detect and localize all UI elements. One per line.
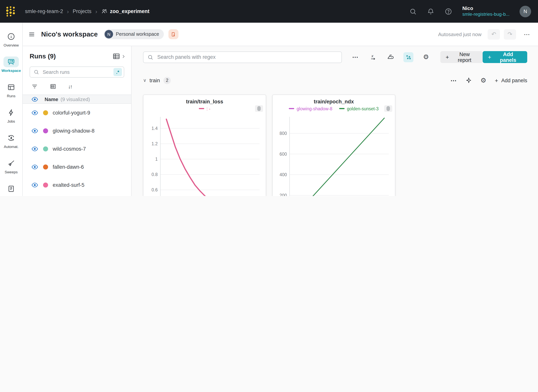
runs-sidebar-panel: Runs (9) .* ↓↑ Name (9 visualized) color…	[23, 46, 132, 196]
legend-line-swatch	[289, 108, 294, 109]
sparkle-icon[interactable]	[465, 77, 472, 84]
main-content: ⋯ x ⚙ + New report + Add panels	[132, 46, 538, 196]
run-row[interactable]: wild-cosmos-7	[23, 140, 131, 158]
svg-text:1.4: 1.4	[151, 126, 158, 131]
chart-legend: glowing-shadow-8golden-sunset-3	[273, 106, 395, 112]
sort-icon[interactable]: ↓↑	[68, 83, 72, 89]
visibility-eye-icon[interactable]	[31, 145, 38, 153]
regex-toggle-button[interactable]: .*	[113, 68, 122, 76]
svg-text:x: x	[371, 54, 373, 58]
collapse-chevron-icon[interactable]: ∨	[143, 78, 146, 83]
sidebar-item-overview[interactable]: Overview	[0, 27, 22, 52]
panel-search-input[interactable]	[156, 54, 338, 60]
table-icon	[112, 52, 120, 60]
add-panels-button[interactable]: + Add panels	[482, 51, 527, 63]
user-avatar[interactable]: N	[519, 5, 531, 17]
legend-line-swatch	[199, 108, 204, 109]
run-name[interactable]: wild-cosmos-7	[53, 146, 86, 152]
section-header-train: ∨ train 2 ⋯ ⚙ + Add panels	[143, 75, 527, 85]
run-name[interactable]: exalted-surf-5	[53, 182, 85, 188]
broom-icon	[4, 158, 19, 169]
notifications-bell-icon[interactable]	[427, 8, 435, 15]
run-color-dot	[43, 146, 48, 151]
hamburger-menu-icon[interactable]	[28, 31, 35, 38]
run-row[interactable]: trim-moon-4	[23, 194, 131, 196]
run-color-dot	[43, 164, 48, 169]
panel-drag-handle-icon[interactable]	[384, 105, 392, 112]
undo-button[interactable]: ↶	[488, 29, 500, 39]
more-options-icon[interactable]: ⋯	[350, 52, 360, 62]
sidebar-item-sweeps[interactable]: Sweeps	[0, 153, 22, 179]
visibility-eye-icon	[31, 127, 38, 135]
workspace-board-icon	[4, 56, 19, 67]
chevron-right-icon	[121, 54, 126, 59]
section-settings-gear-icon[interactable]: ⚙	[481, 76, 486, 84]
section-add-panels-button[interactable]: + Add panels	[495, 77, 527, 84]
workspace-title[interactable]: Nico's workspace	[41, 30, 98, 38]
visibility-eye-icon[interactable]	[31, 181, 38, 189]
run-row[interactable]: fallen-dawn-6	[23, 158, 131, 176]
sidebar-item-jobs[interactable]: Jobs	[0, 103, 22, 128]
filter-icon[interactable]	[31, 83, 38, 90]
run-row[interactable]: glowing-shadow-8	[23, 122, 131, 140]
visibility-eye-icon[interactable]	[31, 163, 38, 171]
search-icon	[147, 54, 153, 60]
scatter-plot-icon[interactable]	[403, 52, 413, 62]
sidebar-item-reports[interactable]: Reports	[0, 179, 22, 196]
run-name[interactable]: glowing-shadow-8	[53, 128, 94, 134]
runs-search-input[interactable]	[42, 69, 113, 75]
group-list-icon[interactable]	[50, 83, 57, 90]
new-report-button[interactable]: + New report	[440, 51, 483, 63]
search-icon[interactable]	[409, 8, 417, 15]
breadcrumb-project-current[interactable]: zoo_experiment	[101, 8, 150, 15]
iron-smooth-icon[interactable]	[386, 52, 396, 62]
run-row[interactable]: colorful-yogurt-9	[23, 104, 131, 122]
runs-list-header: Name (9 visualized)	[23, 94, 131, 104]
user-name: Nico	[462, 5, 510, 12]
panel-drag-handle-icon[interactable]	[255, 105, 263, 112]
breadcrumb-projects[interactable]: Projects	[73, 9, 91, 14]
expand-runs-table-button[interactable]	[112, 52, 126, 60]
visibility-eye-icon	[31, 181, 38, 189]
settings-gear-icon[interactable]: ⚙	[421, 52, 431, 62]
breadcrumb-team[interactable]: smle-reg-team-2	[25, 9, 63, 14]
visibility-eye-icon[interactable]	[31, 127, 38, 135]
line-chart-train-loss[interactable]: 0.40.60.811.21.402004006008001kStep	[146, 113, 264, 196]
panels-toolbar: ⋯ x ⚙ + New report + Add panels	[143, 51, 527, 63]
workspace-avatar: N	[105, 30, 113, 38]
run-row[interactable]: exalted-surf-5	[23, 176, 131, 194]
run-name[interactable]: fallen-dawn-6	[53, 164, 84, 170]
sidebar-item-workspace[interactable]: Workspace	[0, 52, 22, 77]
chart-panel-train-loss[interactable]: train/train_loss : - 0.40.60.811.21.4020…	[143, 94, 266, 196]
wandb-logo-icon[interactable]	[5, 5, 16, 17]
run-color-dot	[43, 110, 48, 115]
run-name[interactable]: colorful-yogurt-9	[53, 110, 90, 116]
help-icon[interactable]	[445, 8, 453, 15]
info-icon	[4, 31, 19, 42]
clear-workspace-icon[interactable]	[168, 29, 178, 39]
personal-workspace-badge[interactable]: N Personal workspace	[104, 29, 164, 39]
section-name[interactable]: train	[150, 77, 160, 83]
sidebar-item-runs[interactable]: Runs	[0, 77, 22, 103]
section-more-options-icon[interactable]: ⋯	[451, 77, 457, 84]
svg-text:400: 400	[280, 172, 287, 177]
workspace-more-options-icon[interactable]: ⋯	[524, 31, 530, 38]
line-chart-epoch-ndx[interactable]: 20040060080002004006008001kStep	[275, 113, 393, 196]
svg-text:0.6: 0.6	[151, 187, 158, 192]
svg-text:0.8: 0.8	[151, 172, 158, 177]
svg-text:1: 1	[155, 157, 158, 162]
visibility-eye-icon[interactable]	[31, 95, 38, 103]
wandb-workspace-app: smle-reg-team-2 › Projects › zoo_experim…	[0, 0, 538, 196]
svg-text:600: 600	[280, 152, 287, 157]
breadcrumb: smle-reg-team-2 › Projects › zoo_experim…	[25, 8, 149, 15]
redo-button[interactable]: ↷	[504, 29, 516, 39]
visibility-eye-icon	[31, 163, 38, 171]
x-axis-settings-icon[interactable]: x	[368, 52, 378, 62]
user-team-link[interactable]: smle-registries-bug-b...	[462, 12, 510, 17]
svg-text:200: 200	[280, 193, 287, 196]
visibility-eye-icon[interactable]	[31, 109, 38, 117]
sidebar-item-automations[interactable]: Automat.	[0, 128, 22, 153]
breadcrumb-separator: ›	[95, 8, 97, 15]
chart-panel-epoch-ndx[interactable]: train/epoch_ndx glowing-shadow-8golden-s…	[272, 94, 395, 196]
legend-line-swatch	[339, 108, 345, 109]
